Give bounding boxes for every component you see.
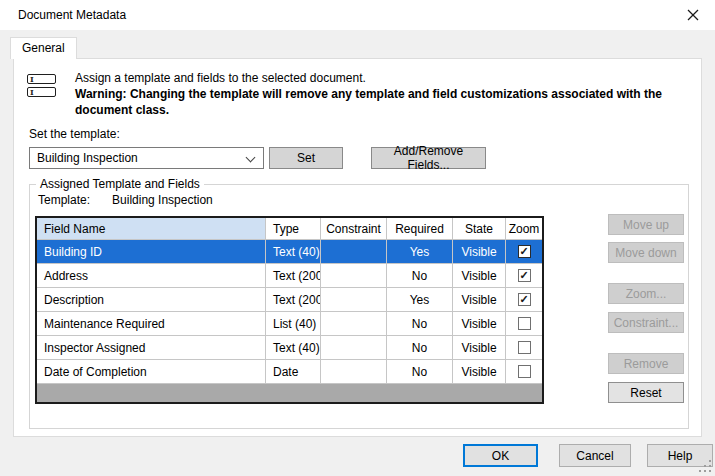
table-row[interactable]: Building IDText (40)YesVisible (37, 240, 542, 264)
table-body: Building IDText (40)YesVisibleAddressTex… (37, 240, 542, 384)
title-bar: Document Metadata (0, 0, 715, 30)
add-remove-fields-button[interactable]: Add/Remove Fields... (371, 147, 486, 169)
table-empty-area (37, 384, 542, 402)
set-template-label: Set the template: (29, 127, 120, 141)
cell-zoom (506, 240, 542, 264)
cell-field-name[interactable]: Address (37, 264, 266, 288)
zoom-checkbox[interactable] (518, 245, 531, 258)
side-button-move-down[interactable]: Move down (608, 242, 684, 263)
assigned-template-groupbox: Assigned Template and Fields Template:Bu… (29, 184, 689, 429)
cancel-button[interactable]: Cancel (559, 444, 631, 467)
window-title: Document Metadata (18, 8, 126, 22)
column-header-type[interactable]: Type (266, 218, 321, 240)
cell-zoom (506, 264, 542, 288)
cell-constraint[interactable] (321, 264, 387, 288)
cell-constraint[interactable] (321, 312, 387, 336)
column-header-field-name[interactable]: Field Name (37, 218, 266, 240)
cell-required[interactable]: No (387, 336, 453, 360)
table-header-row: Field Name Type Constraint Required Stat… (37, 218, 542, 240)
set-button[interactable]: Set (269, 147, 343, 169)
table-row[interactable]: Date of CompletionDateNoVisible (37, 360, 542, 384)
cell-required[interactable]: No (387, 312, 453, 336)
template-combobox-value: Building Inspection (37, 151, 138, 165)
side-button-zoom[interactable]: Zoom... (608, 283, 684, 304)
close-icon (687, 9, 699, 21)
fields-table: Field Name Type Constraint Required Stat… (35, 216, 544, 404)
table-row[interactable]: AddressText (200)NoVisible (37, 264, 542, 288)
zoom-checkbox[interactable] (518, 341, 531, 354)
cell-type[interactable]: Date (266, 360, 321, 384)
cell-field-name[interactable]: Inspector Assigned (37, 336, 266, 360)
cell-state[interactable]: Visible (453, 288, 506, 312)
cell-state[interactable]: Visible (453, 336, 506, 360)
zoom-checkbox[interactable] (518, 365, 531, 378)
tab-page-general: Assign a template and fields to the sele… (13, 58, 702, 437)
table-row[interactable]: Maintenance RequiredList (40)NoVisible (37, 312, 542, 336)
cell-zoom (506, 288, 542, 312)
cell-field-name[interactable]: Building ID (37, 240, 266, 264)
document-metadata-dialog: Document Metadata General Assign a templ… (0, 0, 715, 476)
template-fields-icon (27, 73, 59, 99)
cell-zoom (506, 360, 542, 384)
chevron-down-icon (246, 153, 256, 163)
template-value: Building Inspection (112, 193, 213, 207)
cell-state[interactable]: Visible (453, 240, 506, 264)
side-button-remove[interactable]: Remove (608, 353, 684, 374)
cell-state[interactable]: Visible (453, 264, 506, 288)
zoom-checkbox[interactable] (518, 293, 531, 306)
cell-field-name[interactable]: Date of Completion (37, 360, 266, 384)
resize-grip[interactable] (699, 460, 711, 472)
zoom-checkbox[interactable] (518, 317, 531, 330)
close-button[interactable] (670, 0, 715, 30)
tab-general[interactable]: General (10, 37, 77, 59)
ok-button[interactable]: OK (463, 444, 538, 467)
warning-text: Warning: Changing the template will remo… (75, 86, 671, 118)
cell-type[interactable]: Text (200) (266, 288, 321, 312)
cell-type[interactable]: Text (40) (266, 336, 321, 360)
groupbox-label: Assigned Template and Fields (36, 177, 204, 191)
template-label: Template: (38, 193, 90, 207)
table-row[interactable]: DescriptionText (200)YesVisible (37, 288, 542, 312)
cell-constraint[interactable] (321, 336, 387, 360)
zoom-checkbox[interactable] (518, 269, 531, 282)
column-header-zoom[interactable]: Zoom (506, 218, 542, 240)
cell-constraint[interactable] (321, 360, 387, 384)
column-header-constraint[interactable]: Constraint (321, 218, 387, 240)
side-buttons: Move upMove downZoom...Constraint...Remo… (608, 185, 684, 428)
column-header-required[interactable]: Required (387, 218, 453, 240)
cell-state[interactable]: Visible (453, 360, 506, 384)
cell-zoom (506, 336, 542, 360)
side-button-move-up[interactable]: Move up (608, 214, 684, 235)
cell-required[interactable]: Yes (387, 288, 453, 312)
cell-required[interactable]: No (387, 360, 453, 384)
cell-zoom (506, 312, 542, 336)
table-row[interactable]: Inspector AssignedText (40)NoVisible (37, 336, 542, 360)
cell-type[interactable]: List (40) (266, 312, 321, 336)
cell-required[interactable]: Yes (387, 240, 453, 264)
side-button-constraint[interactable]: Constraint... (608, 312, 684, 333)
cell-required[interactable]: No (387, 264, 453, 288)
column-header-state[interactable]: State (453, 218, 506, 240)
side-button-reset[interactable]: Reset (608, 382, 684, 403)
cell-state[interactable]: Visible (453, 312, 506, 336)
cell-type[interactable]: Text (200) (266, 264, 321, 288)
cell-field-name[interactable]: Maintenance Required (37, 312, 266, 336)
cell-field-name[interactable]: Description (37, 288, 266, 312)
cell-constraint[interactable] (321, 288, 387, 312)
template-line: Template:Building Inspection (38, 193, 213, 207)
cell-constraint[interactable] (321, 240, 387, 264)
template-combobox[interactable]: Building Inspection (29, 147, 264, 169)
intro-line: Assign a template and fields to the sele… (75, 70, 671, 86)
intro-text: Assign a template and fields to the sele… (75, 70, 671, 118)
cell-type[interactable]: Text (40) (266, 240, 321, 264)
